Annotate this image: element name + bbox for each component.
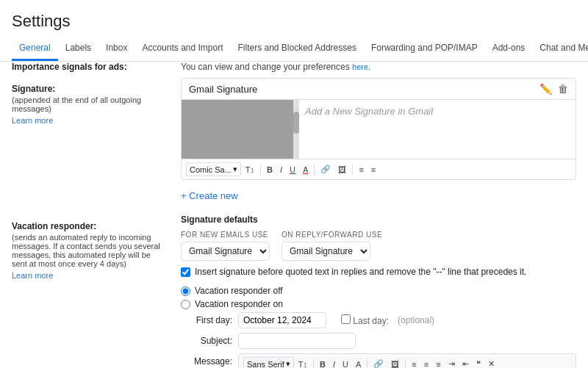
underline-btn[interactable]: U [287,164,298,176]
italic-btn[interactable]: I [277,164,285,176]
vacation-off-radio[interactable] [181,286,190,296]
msg-div3 [405,359,406,369]
divider1 [260,165,261,175]
msg-font-size-btn[interactable]: T↕ [295,358,310,369]
insert-sig-row: Insert signature before quoted text in r… [181,267,576,277]
signature-learn-more[interactable]: Learn more [12,116,53,125]
last-day-checkbox[interactable] [341,314,351,324]
link-btn[interactable]: 🔗 [318,163,334,176]
font-selector[interactable]: Comic Sa... ▾ [186,162,241,176]
msg-ul-btn[interactable]: ≡ [421,358,431,369]
msg-bold-btn[interactable]: B [317,358,329,369]
vacation-off-label: Vacation responder off [195,286,283,296]
on-reply-col: ON REPLY/FORWARD USE Gmail Signature [282,231,382,261]
info-link[interactable]: here [352,62,368,71]
more-options-btn[interactable]: ≡ [368,164,379,176]
signature-name: Gmail Signature [189,84,534,95]
msg-div1 [313,359,314,369]
divider2 [314,165,315,175]
info-text: You can view and change your preferences… [181,62,576,72]
msg-image-btn[interactable]: 🖼 [388,358,402,369]
vacation-section: Vacation responder off Vacation responde… [181,286,576,368]
message-label: Message: [181,356,232,367]
msg-italic-btn[interactable]: I [330,358,338,369]
tab-chat[interactable]: Chat and Meet [532,37,588,61]
vacation-on-label: Vacation responder on [195,299,283,309]
on-reply-label: ON REPLY/FORWARD USE [282,231,382,239]
signature-box: Gmail Signature ✏️ 🗑 Add a New Signature… [181,78,576,180]
vacation-section-label: Vacation responder: [12,221,166,231]
font-dropdown-arrow[interactable]: ▾ [233,165,237,174]
image-btn[interactable]: 🖼 [335,164,349,176]
signature-editor[interactable]: Add a New Signature in Gmail [299,100,576,159]
message-toolbar: Sans Serif ▾ T↕ B I U A 🔗 [239,354,576,368]
divider3 [352,165,353,175]
msg-color-btn[interactable]: A [353,358,364,369]
align-btn[interactable]: ≡ [356,164,366,176]
msg-link-btn[interactable]: 🔗 [370,358,387,368]
last-day-checkbox-label: Last day: [341,314,389,326]
for-new-emails-col: FOR NEW EMAILS USE Gmail Signature [181,231,270,261]
page-title: Settings [0,0,588,37]
msg-outdent-btn[interactable]: ⇤ [459,358,472,368]
msg-underline-btn[interactable]: U [340,358,351,369]
font-size-btn[interactable]: T↕ [243,164,257,176]
tab-forwarding[interactable]: Forwarding and POP/IMAP [364,37,485,61]
tab-general[interactable]: General [12,37,58,61]
signature-section-sub: (appended at the end of all outgoing mes… [12,95,166,113]
msg-font-arrow[interactable]: ▾ [286,359,290,368]
msg-font-selector[interactable]: Sans Serif ▾ [243,357,294,368]
tab-addons[interactable]: Add-ons [485,37,533,61]
delete-signature-icon[interactable]: 🗑 [558,83,568,95]
edit-signature-icon[interactable]: ✏️ [539,83,552,95]
msg-div2 [367,359,368,369]
msg-ol-btn[interactable]: ≡ [433,358,443,369]
tab-labels[interactable]: Labels [58,37,98,61]
first-day-label: First day: [181,315,232,325]
font-name: Comic Sa... [190,165,232,174]
msg-align-btn[interactable]: ≡ [409,358,419,369]
vacation-section-desc: (sends an automated reply to incoming me… [12,233,166,268]
insert-sig-checkbox[interactable] [181,267,190,277]
signature-section-label: Signature: [12,84,166,94]
msg-indent-btn[interactable]: ⇥ [445,358,458,368]
last-day-optional: (optional) [398,315,434,325]
signature-preview [182,100,299,159]
create-new-signature-btn[interactable]: + Create new [181,186,238,206]
msg-font-name: Sans Serif [247,360,284,369]
tab-accounts[interactable]: Accounts and Import [135,37,230,61]
first-day-input[interactable] [238,312,326,328]
tab-inbox[interactable]: Inbox [98,37,135,61]
vacation-learn-more[interactable]: Learn more [12,271,53,280]
on-reply-select[interactable]: Gmail Signature [282,242,370,261]
signature-placeholder: Add a New Signature in Gmail [305,106,570,117]
importance-ads-label: Importance signals for ads: [12,62,166,72]
sig-defaults-title: Signature defaults [181,214,576,225]
vacation-on-radio[interactable] [181,300,190,309]
text-color-btn[interactable]: A [300,164,311,176]
signature-defaults-section: Signature defaults FOR NEW EMAILS USE Gm… [181,214,576,277]
settings-nav: General Labels Inbox Accounts and Import… [0,37,588,62]
vacation-fields: First day: Last day: (optional) Subject:… [181,312,576,368]
message-editor: Sans Serif ▾ T↕ B I U A 🔗 [238,353,576,368]
msg-remove-btn[interactable]: ✕ [485,358,498,368]
insert-sig-text: Insert signature before quoted text in r… [195,267,526,277]
subject-label: Subject: [181,336,232,346]
bold-btn[interactable]: B [264,164,276,176]
msg-quote-btn[interactable]: ❝ [473,358,484,368]
signature-toolbar: Comic Sa... ▾ T↕ B I U A 🔗 🖼 ≡ ≡ [182,159,576,179]
for-new-emails-select[interactable]: Gmail Signature [181,242,270,261]
for-new-emails-label: FOR NEW EMAILS USE [181,231,270,239]
subject-input[interactable] [238,333,356,349]
tab-filters[interactable]: Filters and Blocked Addresses [231,37,364,61]
